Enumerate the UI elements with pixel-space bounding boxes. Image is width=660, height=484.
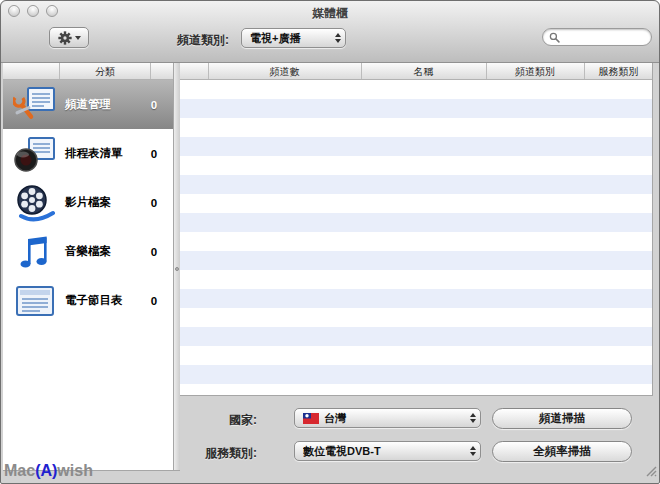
video-files-icon [11,182,59,223]
splitter-handle-icon [175,267,179,271]
sidebar-item-video-files[interactable]: 影片檔案 0 [3,178,173,227]
column-header-service-type[interactable]: 服務類別 [584,65,653,79]
watermark-middle: (A) [35,462,57,479]
sidebar-item-schedule-list[interactable]: 排程表清單 0 [3,129,173,178]
sidebar-item-label: 影片檔案 [65,195,111,210]
music-files-icon [11,231,59,272]
column-header-name[interactable]: 名稱 [361,65,486,79]
sidebar-item-label: 排程表清單 [65,146,123,161]
sidebar-header: 分類 [3,63,173,80]
channel-scan-button[interactable]: 頻道掃描 [492,408,632,429]
window-title: 媒體櫃 [1,5,659,22]
watermark-suffix: wish [57,462,93,479]
gear-menu-button[interactable] [49,27,89,48]
epg-icon [11,280,59,321]
service-type-popup[interactable]: 數位電視DVB-T [294,441,481,461]
full-scan-button[interactable]: 全頻率掃描 [492,441,632,462]
country-popup[interactable]: 台灣 [294,408,481,428]
search-input[interactable] [563,30,645,44]
sidebar-item-count: 0 [143,295,165,307]
sidebar-item-label: 頻道管理 [65,97,111,112]
channel-type-label: 頻道類別: [177,32,229,49]
gear-icon [58,31,72,45]
sidebar: 分類 頻道管理 0 [3,63,174,471]
channel-type-popup[interactable]: 電視+廣播 [241,28,346,48]
sidebar-item-label: 音樂檔案 [65,244,111,259]
resize-grip[interactable] [644,463,657,481]
country-value: 台灣 [324,411,466,426]
channel-manage-icon [11,84,59,125]
search-icon [549,32,560,43]
sidebar-item-count: 0 [143,246,165,258]
channel-table-header: 頻道數 名稱 頻道類別 服務類別 [180,63,652,80]
sidebar-header-label: 分類 [59,65,151,79]
watermark: Mac(A)wish [4,462,93,480]
popup-stepper-icon [470,413,476,423]
popup-stepper-icon [335,33,341,43]
media-library-window: 媒體櫃 [0,0,660,484]
column-header-channel-number[interactable]: 頻道數 [208,65,361,79]
column-header-channel-type[interactable]: 頻道類別 [486,65,584,79]
titlebar-toolbar: 媒體櫃 [1,1,659,63]
watermark-prefix: Mac [4,462,35,479]
sidebar-item-count: 0 [143,197,165,209]
channel-table: 頻道數 名稱 頻道類別 服務類別 [180,63,653,396]
sidebar-item-label: 電子節目表 [65,293,123,308]
sidebar-item-count: 0 [143,99,165,111]
channel-type-value: 電視+廣播 [250,31,331,46]
sidebar-item-count: 0 [143,148,165,160]
search-field[interactable] [542,28,652,46]
schedule-list-icon [11,133,59,174]
service-type-value: 數位電視DVB-T [303,444,466,459]
taiwan-flag-icon [303,413,319,424]
popup-stepper-icon [470,446,476,456]
gear-menu-arrow-icon [75,36,81,40]
sidebar-item-music-files[interactable]: 音樂檔案 0 [3,227,173,276]
sidebar-item-channel-manage[interactable]: 頻道管理 0 [3,80,173,129]
service-type-label: 服務類別: [205,445,257,462]
channel-table-body [180,80,652,395]
sidebar-item-epg[interactable]: 電子節目表 0 [3,276,173,325]
country-label: 國家: [229,412,257,429]
